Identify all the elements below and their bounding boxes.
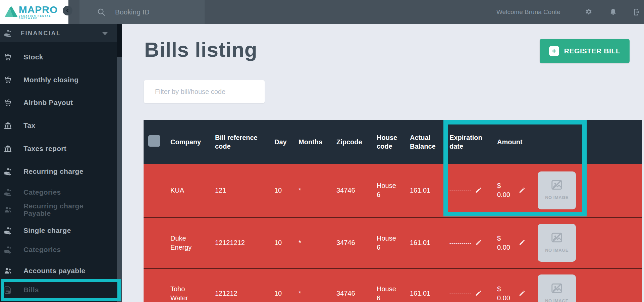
col-company: Company — [170, 138, 215, 146]
brand-name: MAPRO — [19, 5, 68, 14]
cell-expiration-date: ----------- — [449, 289, 472, 298]
no-image-label: NO IMAGE — [545, 296, 569, 302]
cell-amount: $ 0.00 — [497, 285, 510, 302]
col-expiration-date: Expiration date — [449, 133, 497, 151]
sidebar-item-monthly-closing[interactable]: Monthly closing — [0, 69, 117, 91]
cell-months: * — [299, 186, 336, 195]
sidebar-item-label: Recurring charge Payable — [23, 202, 97, 217]
no-image-label: NO IMAGE — [545, 193, 569, 202]
table-row: Toho Water 121212 10 * 34746 House 6 161… — [144, 269, 642, 302]
edit-amount-icon[interactable] — [518, 290, 525, 297]
bank-icon — [3, 121, 12, 130]
col-day: Day — [274, 138, 299, 146]
cell-company: Duke Energy — [170, 234, 215, 252]
topbar: Welcome Bruna Conte — [0, 0, 644, 24]
sidebar-item-bills[interactable]: Bills — [0, 279, 117, 301]
cell-actual-balance: 161.01 — [410, 186, 449, 195]
edit-amount-icon[interactable] — [518, 187, 525, 194]
sidebar-item-stock[interactable]: Stock — [0, 46, 117, 68]
hand-coin-icon — [3, 226, 12, 235]
plus-icon — [549, 46, 559, 56]
col-amount: Amount — [497, 138, 538, 146]
hand-coin-icon — [3, 167, 12, 176]
sidebar-item-tax[interactable]: Tax — [0, 114, 117, 137]
sidebar-item-label: Tax — [23, 122, 36, 129]
people-icon — [3, 206, 12, 214]
sidebar-scrollbar-thumb[interactable] — [117, 24, 122, 57]
col-house-code: House code — [377, 133, 410, 151]
sidebar-item-label: Taxes report — [23, 145, 66, 152]
cell-bill-reference-code: 121212 — [215, 289, 274, 298]
cell-day: 10 — [274, 238, 299, 247]
cell-company: Toho Water — [170, 285, 215, 302]
cell-expiration-date: ----------- — [449, 238, 472, 247]
gear-icon[interactable] — [585, 8, 593, 16]
sidebar-item-recurring-charge-payable[interactable]: Recurring charge Payable — [0, 199, 117, 221]
bell-icon[interactable] — [609, 8, 617, 16]
cart-icon — [3, 99, 12, 107]
cell-day: 10 — [274, 186, 299, 195]
chevron-left-icon — [65, 8, 70, 13]
bank-icon — [3, 145, 12, 153]
cell-actual-balance: 161.01 — [410, 289, 449, 298]
cell-amount: $ 0.00 — [497, 234, 510, 252]
hand-coin-icon — [3, 246, 12, 254]
collapse-sidebar-button[interactable] — [63, 6, 72, 15]
sidebar-scrollbar[interactable] — [117, 24, 122, 302]
sidebar-item-categories-2[interactable]: Categories — [0, 239, 117, 261]
sidebar-item-label: Accounts payable — [23, 267, 86, 274]
sidebar: FINANCIAL Stock Monthly closing Airbnb P… — [0, 24, 117, 302]
sidebar-item-label: Categories — [23, 189, 61, 196]
sidebar-section-financial[interactable]: FINANCIAL — [0, 24, 117, 42]
hand-coin-icon — [3, 188, 12, 197]
sidebar-item-label: Stock — [23, 53, 43, 61]
cell-zipcode: 34746 — [336, 289, 377, 298]
col-bill-reference-code: Bill reference code — [215, 133, 274, 151]
cell-bill-reference-code: 12121212 — [215, 238, 274, 247]
hand-coin-icon — [3, 29, 12, 38]
caret-down-icon — [102, 32, 108, 35]
cell-company: KUA — [170, 186, 215, 195]
cell-zipcode: 34746 — [336, 186, 377, 195]
register-bill-button[interactable]: REGISTER BILL — [540, 39, 630, 63]
sidebar-item-taxes-report[interactable]: Taxes report — [0, 138, 117, 160]
search-input[interactable] — [115, 8, 196, 16]
bills-table: Company Bill reference code Day Months Z… — [144, 120, 642, 302]
cell-actual-balance: 161.01 — [410, 238, 449, 247]
logo: MAPRO VACATION RENTAL SOFTWARE — [0, 0, 68, 24]
no-image-icon — [550, 231, 564, 244]
col-months: Months — [299, 138, 336, 146]
sidebar-item-label: Categories — [23, 246, 61, 253]
cart-icon — [3, 53, 12, 61]
no-image-icon — [550, 179, 564, 191]
edit-expiration-icon[interactable] — [475, 290, 482, 297]
cart-icon — [3, 76, 12, 84]
bill-image-placeholder[interactable]: NO IMAGE — [538, 224, 576, 262]
sidebar-item-airbnb-payout[interactable]: Airbnb Payout — [0, 92, 117, 114]
edit-expiration-icon[interactable] — [475, 187, 482, 194]
sidebar-item-recurring-charge[interactable]: Recurring charge — [0, 160, 117, 183]
edit-expiration-icon[interactable] — [475, 239, 482, 246]
sidebar-item-label: Monthly closing — [23, 76, 78, 84]
bill-image-placeholder[interactable]: NO IMAGE — [538, 171, 576, 209]
cell-amount: $ 0.00 — [497, 181, 510, 199]
cell-day: 10 — [274, 289, 299, 298]
cell-house-code: House 6 — [377, 181, 410, 199]
col-actual-balance: Actual Balance — [410, 133, 449, 151]
sidebar-item-label: Recurring charge — [23, 168, 84, 175]
bill-image-placeholder[interactable]: NO IMAGE — [538, 274, 576, 302]
sidebar-section-label: FINANCIAL — [21, 30, 61, 37]
cell-house-code: House 6 — [377, 234, 410, 252]
cell-months: * — [299, 238, 336, 247]
no-image-icon — [550, 282, 564, 295]
welcome-text: Welcome Bruna Conte — [496, 0, 560, 24]
edit-amount-icon[interactable] — [518, 239, 525, 246]
table-header: Company Bill reference code Day Months Z… — [144, 120, 642, 164]
filter-input[interactable] — [144, 80, 265, 103]
select-all-checkbox[interactable] — [148, 135, 160, 147]
document-icon — [3, 286, 12, 294]
logout-icon[interactable] — [633, 8, 641, 16]
table-row: Duke Energy 12121212 10 * 34746 House 6 … — [144, 218, 642, 269]
cell-house-code: House 6 — [377, 285, 410, 302]
booking-search — [79, 0, 205, 24]
